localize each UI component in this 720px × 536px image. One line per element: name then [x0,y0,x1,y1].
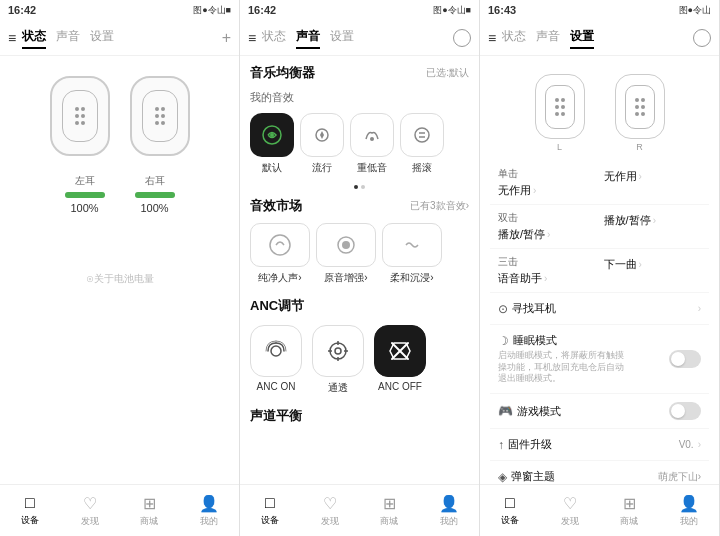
discover-label-1: 发现 [81,515,99,528]
panel-status: 16:42 图●令山■ ≡ 状态 声音 设置 + [0,0,240,536]
device-label-3: 设备 [501,514,519,527]
menu-icon-3[interactable]: ≡ [488,30,496,46]
bottom-nav-discover-2[interactable]: ♡ 发现 [300,485,360,536]
right-earbud-inner [142,90,178,142]
status-bar-1: 16:42 图●令山■ [0,0,239,20]
market-icon-2 [316,223,376,267]
eq-section-header: 音乐均衡器 已选:默认 [250,64,469,82]
balance-title: 声道平衡 [250,407,469,425]
tab-status-2[interactable]: 状态 [262,26,286,49]
game-mode-toggle[interactable] [669,402,701,420]
battery-section: 左耳 100% 右耳 100% [0,166,239,222]
bottom-nav-shop-2[interactable]: ⊞ 商城 [360,485,420,536]
tab-sound-3[interactable]: 声音 [536,26,560,49]
eq-item-default[interactable]: 默认 [250,113,294,175]
settings-panel-content: L R 单击 [480,56,719,536]
bottom-nav-profile-3[interactable]: 👤 我的 [659,485,719,536]
sleep-mode-left: ☽ 睡眠模式 启动睡眠模式，将屏蔽所有触摸操功能，耳机放回充电仓后自动退出睡眠模… [498,333,628,385]
firmware-right: V0. › [679,439,701,450]
bottom-nav-shop-3[interactable]: ⊞ 商城 [600,485,660,536]
chevron-double-left: › [547,229,550,240]
triple-tap-right-value[interactable]: 下一曲 › [604,257,701,272]
menu-icon-2[interactable]: ≡ [248,30,256,46]
eq-item-bass[interactable]: 重低音 [350,113,394,175]
tab-status-1[interactable]: 状态 [22,26,46,49]
bottom-nav-device-3[interactable]: □ 设备 [480,485,540,536]
tab-sound-2[interactable]: 声音 [296,26,320,49]
add-icon-1[interactable]: + [222,29,231,47]
single-tap-right-col: 无作用 › [604,167,701,198]
single-tap-left-value[interactable]: 无作用 › [498,183,595,198]
sleep-mode-toggle[interactable] [669,350,701,368]
profile-icon-1: 👤 [199,494,219,513]
device-icon-3: □ [505,494,515,512]
double-tap-right-value[interactable]: 播放/暂停 › [604,213,701,228]
shop-label-2: 商城 [380,515,398,528]
bottom-nav-2: □ 设备 ♡ 发现 ⊞ 商城 👤 我的 [240,484,479,536]
game-title: 游戏模式 [517,404,561,419]
left-earbud-inner [62,90,98,142]
market-icon-3 [382,223,442,267]
find-earphones-left: ⊙ 寻找耳机 [498,301,556,316]
bottom-nav-device-2[interactable]: □ 设备 [240,485,300,536]
shop-icon-3: ⊞ [623,494,636,513]
bottom-nav-discover-1[interactable]: ♡ 发现 [60,485,120,536]
panel-settings: 16:43 图●令山 ≡ 状态 声音 设置 [480,0,720,536]
bottom-nav-device-1[interactable]: □ 设备 [0,485,60,536]
right-battery: 右耳 100% [135,174,175,214]
tab-sound-1[interactable]: 声音 [56,26,80,49]
triple-tap-row: 三击 语音助手 › 下一曲 › [490,249,709,293]
right-battery-bar [135,192,175,198]
game-toggle[interactable] [669,402,701,420]
market-item-2[interactable]: 原音增强› [316,223,376,285]
circle-icon-2[interactable] [453,29,471,47]
single-tap-left-col: 单击 无作用 › [498,167,595,198]
tab-settings-2[interactable]: 设置 [330,26,354,49]
dot-1 [354,185,358,189]
bottom-nav-profile-2[interactable]: 👤 我的 [419,485,479,536]
anc-on-icon [250,325,302,377]
anc-transparent-item[interactable]: 通透 [312,325,364,395]
single-tap-right-value[interactable]: 无作用 › [604,169,701,184]
eq-default-label: 默认 [262,161,282,175]
anc-on-item[interactable]: ANC ON [250,325,302,395]
double-tap-left-value[interactable]: 播放/暂停 › [498,227,595,242]
anc-off-item[interactable]: ANC OFF [374,325,426,395]
triple-tap-left-value[interactable]: 语音助手 › [498,271,595,286]
tab-status-3[interactable]: 状态 [502,26,526,49]
market-badge: 已有3款音效› [410,199,469,213]
bottom-nav-discover-3[interactable]: ♡ 发现 [540,485,600,536]
bottom-nav-shop-1[interactable]: ⊞ 商城 [120,485,180,536]
tab-settings-1[interactable]: 设置 [90,26,114,49]
eq-pop-label: 流行 [312,161,332,175]
eq-rock-icon [400,113,444,157]
menu-icon-1[interactable]: ≡ [8,30,16,46]
eq-rock-label: 摇滚 [412,161,432,175]
left-battery-bar [65,192,105,198]
market-item-1[interactable]: 纯净人声› [250,223,310,285]
find-earphones-row[interactable]: ⊙ 寻找耳机 › [490,293,709,325]
svg-point-7 [342,241,350,249]
market-item-3[interactable]: 柔和沉浸› [382,223,442,285]
sleep-toggle[interactable] [669,350,701,368]
theme-icon: ◈ [498,470,507,484]
time-1: 16:42 [8,4,36,16]
firmware-value: V0. [679,439,694,450]
earbuds-container [0,56,239,166]
bottom-nav-profile-1[interactable]: 👤 我的 [179,485,239,536]
chevron-firmware: › [698,439,701,450]
tab-settings-3[interactable]: 设置 [570,26,594,49]
bottom-nav-1: □ 设备 ♡ 发现 ⊞ 商城 👤 我的 [0,484,239,536]
device-icon-1: □ [25,494,35,512]
firmware-row[interactable]: ↑ 固件升级 V0. › [490,429,709,461]
discover-icon-2: ♡ [323,494,337,513]
circle-icon-3[interactable] [693,29,711,47]
profile-label-2: 我的 [440,515,458,528]
eq-item-rock[interactable]: 摇滚 [400,113,444,175]
eq-item-pop[interactable]: 流行 [300,113,344,175]
discover-icon-1: ♡ [83,494,97,513]
svg-point-1 [270,133,274,137]
svg-point-9 [330,343,346,359]
market-title: 音效市场 [250,197,302,215]
chevron-single-right: › [639,171,642,182]
